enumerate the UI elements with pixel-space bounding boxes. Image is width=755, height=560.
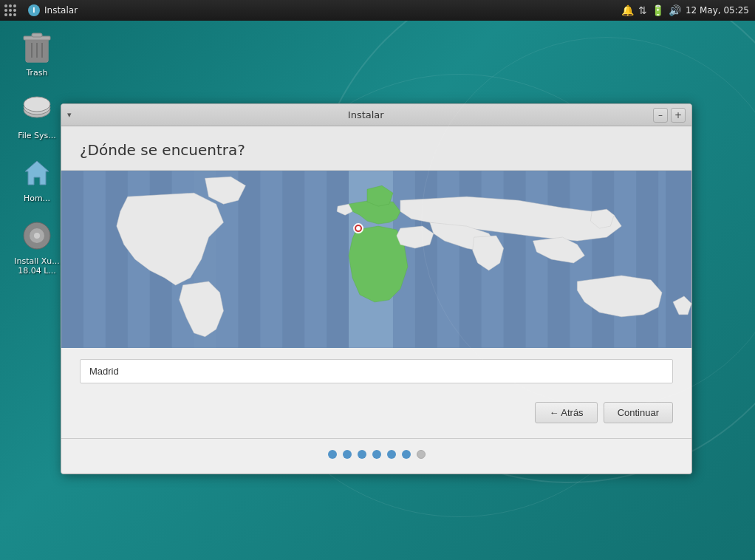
world-map[interactable] [61,171,691,348]
taskbar-right: 🔔 ⇅ 🔋 🔊 12 May, 05:25 [621,4,755,16]
svg-rect-21 [327,171,349,347]
apps-menu-button[interactable] [0,0,21,21]
progress-dot-2 [343,450,352,459]
taskbar: I Instalar 🔔 ⇅ 🔋 🔊 12 May, 05:25 [0,0,755,21]
svg-rect-27 [592,171,614,347]
progress-dot-3 [358,450,366,459]
home-icon [19,155,55,191]
svg-rect-23 [415,171,437,347]
installer-icon [19,218,55,253]
taskbar-left: I Instalar [0,0,621,21]
progress-dot-4 [372,450,381,459]
installer-label: Install Xu... 18.04 L... [11,256,63,276]
svg-point-9 [24,97,50,112]
svg-rect-16 [106,171,128,347]
progress-dot-5 [387,450,396,459]
taskbar-window-instalar[interactable]: I Instalar [21,0,85,21]
svg-marker-10 [25,161,49,185]
filesystem-icon-item[interactable]: File Sys... [11,92,63,140]
bell-icon[interactable]: 🔔 [621,4,634,16]
svg-rect-20 [282,171,304,347]
network-icon[interactable]: ⇅ [638,4,647,16]
instalar-window-icon: I [28,4,40,16]
svg-rect-15 [61,171,83,347]
clock: 12 May, 05:25 [686,5,749,16]
battery-icon[interactable]: 🔋 [652,4,664,16]
svg-rect-28 [636,171,658,347]
back-button[interactable]: ← Atrás [535,402,597,423]
progress-dot-1 [328,450,337,459]
svg-point-31 [356,226,361,231]
window-title: Instalar [79,109,653,120]
home-label: Hom... [24,194,50,203]
svg-rect-19 [238,171,260,347]
progress-dots [61,439,691,474]
trash-label: Trash [26,68,47,78]
question-header: ¿Dónde se encuentra? [61,126,691,171]
instalar-window: ▾ Instalar – + ¿Dónde se encuentra? [61,103,692,474]
location-area [61,348,691,395]
location-input[interactable] [80,359,673,383]
window-maximize-button[interactable]: + [671,108,686,123]
continue-button[interactable]: Continuar [604,402,673,423]
button-area: ← Atrás Continuar [61,395,691,438]
desktop-icons: Trash File Sys... Hom... [11,30,63,276]
window-controls: – + [653,108,686,123]
question-text: ¿Dónde se encuentra? [80,141,673,159]
installer-icon-item[interactable]: Install Xu... 18.04 L... [11,218,63,276]
filesystem-label: File Sys... [18,131,56,140]
svg-rect-25 [504,171,526,347]
svg-rect-3 [32,33,42,37]
window-titlebar: ▾ Instalar – + [61,104,691,126]
home-icon-item[interactable]: Hom... [11,155,63,203]
filesystem-icon [19,92,55,128]
volume-icon[interactable]: 🔊 [669,4,681,16]
window-menu-button[interactable]: ▾ [67,110,72,120]
trash-icon-item[interactable]: Trash [11,30,63,78]
desktop: I Instalar 🔔 ⇅ 🔋 🔊 12 May, 05:25 [0,0,755,560]
svg-rect-29 [666,171,691,347]
taskbar-window-label: Instalar [44,5,78,16]
window-minimize-button[interactable]: – [653,108,668,123]
progress-dot-7 [417,450,426,459]
svg-point-13 [34,233,40,239]
progress-dot-6 [402,450,411,459]
apps-grid-icon [4,4,16,16]
trash-icon [19,30,55,65]
